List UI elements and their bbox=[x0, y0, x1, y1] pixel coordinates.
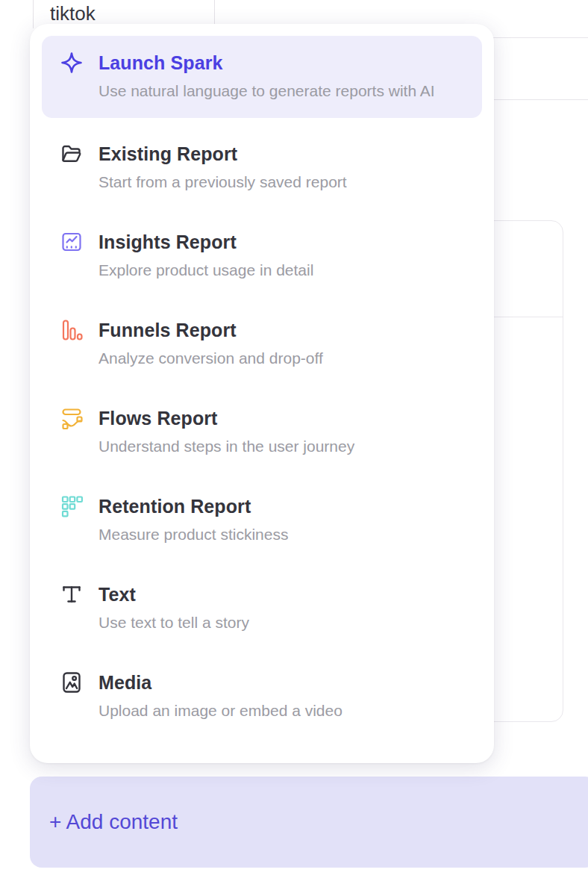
menu-item-label: Existing Report bbox=[98, 142, 347, 166]
retention-grid-icon bbox=[60, 494, 84, 518]
menu-item-label: Text bbox=[98, 582, 249, 606]
insights-chart-icon bbox=[60, 230, 84, 254]
menu-item-text[interactable]: Text Use text to tell a story bbox=[42, 564, 482, 653]
menu-item-description: Upload an image or embed a video bbox=[98, 699, 343, 723]
menu-item-description: Explore product usage in detail bbox=[98, 258, 313, 282]
background-cell-border-right bbox=[214, 0, 215, 24]
menu-item-insights-report[interactable]: Insights Report Explore product usage in… bbox=[42, 212, 482, 300]
menu-item-description: Use natural language to generate reports… bbox=[98, 79, 435, 103]
menu-item-retention-report[interactable]: Retention Report Measure product stickin… bbox=[42, 476, 482, 564]
add-content-label: + Add content bbox=[49, 810, 178, 834]
tiktok-label: tiktok bbox=[50, 3, 96, 24]
menu-item-label: Media bbox=[98, 671, 343, 694]
background-divider-second bbox=[490, 99, 588, 100]
menu-item-label: Launch Spark bbox=[98, 51, 435, 75]
add-content-button[interactable]: + Add content bbox=[30, 777, 588, 868]
menu-item-launch-spark[interactable]: Launch Spark Use natural language to gen… bbox=[42, 36, 482, 118]
menu-item-description: Measure product stickiness bbox=[98, 523, 288, 547]
menu-item-flows-report[interactable]: Flows Report Understand steps in the use… bbox=[42, 388, 482, 476]
text-icon bbox=[60, 582, 84, 606]
menu-item-label: Flows Report bbox=[98, 406, 354, 430]
menu-item-description: Use text to tell a story bbox=[98, 611, 249, 635]
folder-open-icon bbox=[60, 142, 84, 166]
flows-icon bbox=[60, 406, 84, 430]
menu-item-label: Insights Report bbox=[98, 230, 313, 254]
media-image-icon bbox=[60, 671, 84, 694]
add-content-menu: Launch Spark Use natural language to gen… bbox=[30, 24, 494, 763]
menu-item-label: Funnels Report bbox=[98, 318, 323, 342]
menu-item-media[interactable]: Media Upload an image or embed a video bbox=[42, 653, 482, 741]
background-divider-top bbox=[490, 37, 588, 38]
menu-item-existing-report[interactable]: Existing Report Start from a previously … bbox=[42, 124, 482, 212]
menu-item-label: Retention Report bbox=[98, 494, 288, 518]
funnel-bars-icon bbox=[60, 318, 84, 342]
menu-item-funnels-report[interactable]: Funnels Report Analyze conversion and dr… bbox=[42, 300, 482, 388]
menu-item-description: Analyze conversion and drop-off bbox=[98, 346, 323, 370]
menu-item-description: Start from a previously saved report bbox=[98, 170, 347, 194]
menu-item-description: Understand steps in the user journey bbox=[98, 435, 354, 458]
spark-icon bbox=[60, 51, 84, 75]
background-cell-border-left bbox=[33, 0, 34, 28]
